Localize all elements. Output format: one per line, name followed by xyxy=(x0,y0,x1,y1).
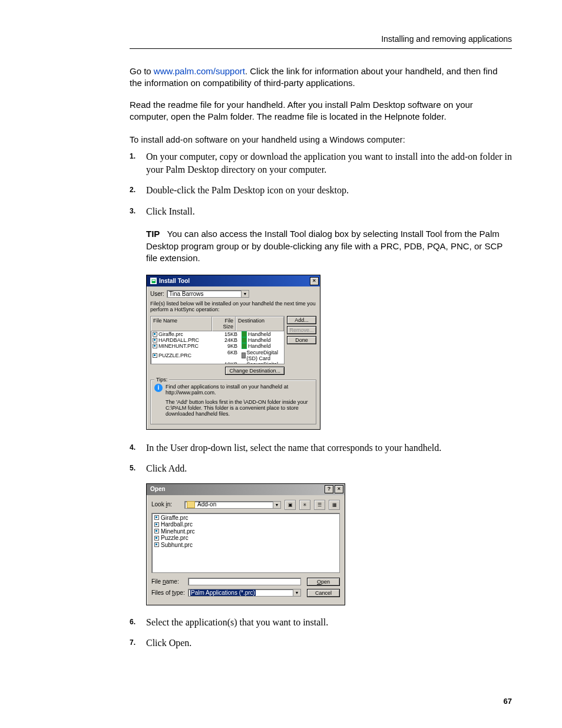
step-5: 5. Click Add. xyxy=(130,462,512,475)
filename-label: File name: xyxy=(151,578,188,585)
intro-para-1: Go to www.palm.com/support. Click the li… xyxy=(130,65,512,90)
file-icon xyxy=(153,353,157,358)
step-number: 3. xyxy=(130,206,135,216)
add-button[interactable]: Add... xyxy=(287,316,316,324)
details-view-icon[interactable]: ▦ xyxy=(329,500,340,510)
file-icon xyxy=(153,338,157,342)
tip-text: You can also access the Install Tool dia… xyxy=(146,229,503,263)
filetype-value: Palm Applications (*.prc) xyxy=(190,589,256,597)
step-text: Click Install. xyxy=(146,206,195,216)
table-row[interactable]: HARDBALL.PRC24KBHandheld xyxy=(151,337,284,343)
step-text: In the User drop-down list, select the n… xyxy=(146,443,441,453)
step-number: 1. xyxy=(130,151,135,161)
step-number: 7. xyxy=(130,638,135,647)
open-dialog: Open ? × Look in: Add-on ▼ ▣ ✳ ☰ ▦ Giraf… xyxy=(146,483,345,605)
done-button[interactable]: Done xyxy=(287,336,316,344)
list-item[interactable]: Giraffe.prc xyxy=(153,515,338,522)
lookin-combo[interactable]: Add-on ▼ xyxy=(184,501,281,509)
user-label: User: xyxy=(150,291,167,298)
step-text: Click Add. xyxy=(146,463,187,473)
file-icon xyxy=(154,536,159,541)
step-1: 1. On your computer, copy or download th… xyxy=(130,150,512,176)
tips-text-2: The 'Add' button looks first in the \ADD… xyxy=(166,399,312,417)
file-icon xyxy=(154,522,159,527)
listview-header[interactable]: File Name File Size Destination xyxy=(151,317,284,331)
col-destination[interactable]: Destination xyxy=(236,317,284,331)
change-destination-button[interactable]: Change Destination... xyxy=(225,367,285,375)
step-7: 7. Click Open. xyxy=(130,637,512,650)
lookin-label: Look in: xyxy=(151,501,181,508)
file-browser-list[interactable]: Giraffe.prc Hardball.prc Minehunt.prc Pu… xyxy=(151,513,340,573)
titlebar[interactable]: Open ? × xyxy=(147,484,345,495)
step-number: 4. xyxy=(130,443,135,452)
filename-input[interactable] xyxy=(188,578,301,585)
chevron-down-icon[interactable]: ▼ xyxy=(241,291,249,297)
support-link[interactable]: www.palm.com/support xyxy=(154,66,245,76)
col-filesize[interactable]: File Size xyxy=(212,317,236,331)
table-row[interactable]: MINEHUNT.PRC9KBHandheld xyxy=(151,343,284,349)
handheld-icon xyxy=(242,337,247,343)
list-item[interactable]: Hardball.prc xyxy=(153,521,338,528)
lookin-value: Add-on xyxy=(197,501,216,508)
step-text: Click Open. xyxy=(146,638,191,648)
step-4: 4. In the User drop-down list, select th… xyxy=(130,442,512,454)
list-view-icon[interactable]: ☰ xyxy=(314,500,325,510)
filetype-combo[interactable]: Palm Applications (*.prc) ▼ xyxy=(188,589,301,597)
chevron-down-icon[interactable]: ▼ xyxy=(273,502,280,508)
file-icon xyxy=(154,529,159,533)
help-icon[interactable]: ? xyxy=(325,485,333,493)
list-item[interactable]: Minehunt.prc xyxy=(153,528,338,535)
table-row[interactable]: SUBHUNT.PRC19KBSecureDigital (SD) Card xyxy=(151,361,284,364)
procedure-heading: To install add-on software on your handh… xyxy=(130,134,493,144)
filetype-label: Files of type: xyxy=(151,589,188,597)
list-item[interactable]: Subhunt.prc xyxy=(153,542,338,549)
file-icon xyxy=(154,515,159,520)
file-icon xyxy=(153,344,157,348)
page-number: 67 xyxy=(504,697,512,706)
step-2: 2. Double-click the Palm Desktop icon on… xyxy=(130,184,512,197)
tips-group-label: Tips: xyxy=(154,377,169,383)
table-row[interactable]: PUZZLE.PRC6KBSecureDigital (SD) Card xyxy=(151,350,284,362)
text: Go to xyxy=(130,66,154,76)
step-text: On your computer, copy or download the a… xyxy=(146,151,512,174)
step-number: 5. xyxy=(130,463,135,473)
up-folder-icon[interactable]: ▣ xyxy=(285,500,296,510)
user-combo-value: Tina Barrows xyxy=(169,291,204,298)
step-number: 6. xyxy=(130,617,135,627)
step-text: Select the application(s) that you want … xyxy=(146,617,328,627)
step-6: 6. Select the application(s) that you wa… xyxy=(130,616,512,629)
tips-group: Tips: iFind other applications to instal… xyxy=(150,380,316,424)
page-header: Installing and removing applications xyxy=(130,34,512,49)
step-3: 3. Click Install. xyxy=(130,205,512,218)
cancel-button[interactable]: Cancel xyxy=(307,589,340,597)
step-number: 2. xyxy=(130,185,135,195)
sdcard-icon xyxy=(242,353,246,358)
handheld-icon xyxy=(242,343,247,349)
close-icon[interactable]: × xyxy=(335,485,343,493)
file-icon xyxy=(154,542,159,547)
chevron-down-icon[interactable]: ▼ xyxy=(293,589,300,596)
handheld-icon xyxy=(242,331,247,337)
install-note: File(s) listed below will be installed o… xyxy=(150,301,316,313)
tip-block: TIP You can also access the Install Tool… xyxy=(146,228,512,264)
user-combo[interactable]: Tina Barrows ▼ xyxy=(167,290,249,298)
new-folder-icon[interactable]: ✳ xyxy=(299,500,310,510)
close-icon[interactable]: × xyxy=(310,277,319,285)
file-listview[interactable]: File Name File Size Destination Giraffe.… xyxy=(150,316,285,364)
install-tool-dialog: ⬓ Install Tool × User: Tina Barrows ▼ Fi… xyxy=(146,275,320,429)
table-row[interactable]: Giraffe.prc15KBHandheld xyxy=(151,331,284,337)
tip-label: TIP xyxy=(146,229,160,239)
col-filename[interactable]: File Name xyxy=(151,317,212,331)
step-text: Double-click the Palm Desktop icon on yo… xyxy=(146,185,349,195)
info-icon: i xyxy=(154,384,163,392)
dialog-title: Open xyxy=(150,486,166,493)
dialog-title: Install Tool xyxy=(159,278,190,285)
remove-button[interactable]: Remove... xyxy=(287,326,316,334)
intro-para-2: Read the readme file for your handheld. … xyxy=(130,99,512,123)
open-button[interactable]: Open xyxy=(307,578,340,586)
app-icon: ⬓ xyxy=(150,278,157,284)
file-icon xyxy=(153,332,157,337)
list-item[interactable]: Puzzle.prc xyxy=(153,535,338,542)
tips-text-1: Find other applications to install on yo… xyxy=(166,384,288,396)
titlebar[interactable]: ⬓ Install Tool × xyxy=(147,275,320,286)
